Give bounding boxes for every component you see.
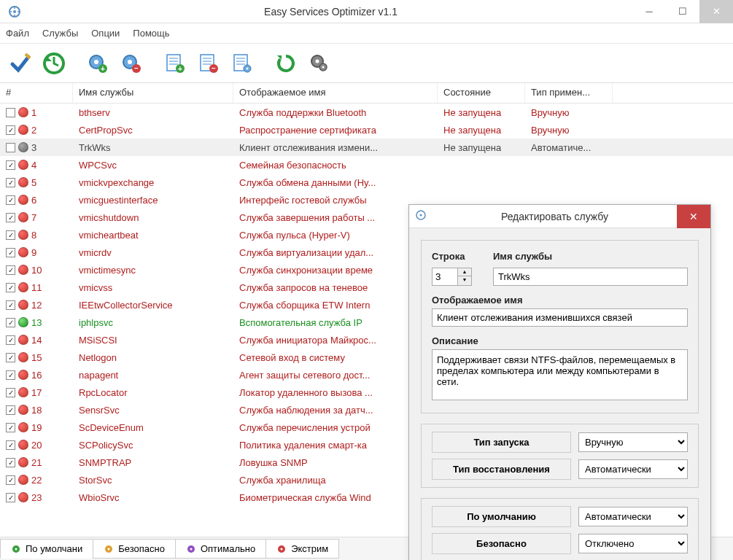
status-dot bbox=[18, 282, 28, 292]
dialog-titlebar: Редактировать службу ✕ bbox=[409, 205, 710, 228]
table-header: # Имя службы Отображаемое имя Состояние … bbox=[0, 83, 733, 104]
safe-select[interactable]: Отключено bbox=[578, 534, 688, 553]
table-row[interactable]: ✓5vmickvpexchangeСлужба обмена данными (… bbox=[0, 174, 733, 191]
close-button[interactable]: ✕ bbox=[699, 0, 733, 23]
svg-text:+: + bbox=[178, 65, 182, 73]
svg-point-1 bbox=[13, 10, 16, 13]
menubar: Файл Службы Опции Помощь bbox=[0, 23, 733, 44]
dialog-icon bbox=[415, 209, 427, 223]
default-select[interactable]: Автоматически bbox=[578, 507, 688, 526]
app-icon bbox=[6, 3, 23, 20]
status-dot bbox=[18, 457, 28, 467]
spin-up[interactable]: ▲ bbox=[458, 268, 471, 276]
table-row[interactable]: ✓4WPCSvcСемейная безопасность bbox=[0, 156, 733, 174]
svg-text:−: − bbox=[134, 64, 139, 72]
list-edit-button[interactable] bbox=[226, 47, 258, 79]
menu-help[interactable]: Помощь bbox=[133, 28, 169, 39]
svg-text:+: + bbox=[101, 65, 105, 73]
list-add-button[interactable]: + bbox=[159, 47, 191, 79]
col-type[interactable]: Тип примен... bbox=[525, 83, 613, 103]
row-checkbox[interactable]: ✓ bbox=[6, 265, 15, 275]
status-dot bbox=[18, 405, 28, 415]
col-state[interactable]: Состояние bbox=[438, 83, 525, 103]
table-row[interactable]: 3TrkWksКлиент отслеживания измени...Не з… bbox=[0, 139, 733, 156]
row-checkbox[interactable]: ✓ bbox=[6, 493, 15, 502]
status-dot bbox=[18, 317, 28, 327]
menu-file[interactable]: Файл bbox=[6, 28, 29, 39]
refresh-button[interactable] bbox=[270, 47, 302, 79]
svg-point-8 bbox=[94, 60, 98, 64]
col-display[interactable]: Отображаемое имя bbox=[233, 83, 438, 103]
row-checkbox[interactable]: ✓ bbox=[6, 195, 15, 205]
service-name-input[interactable] bbox=[493, 268, 688, 286]
row-checkbox[interactable]: ✓ bbox=[6, 318, 15, 327]
svg-point-12 bbox=[128, 60, 132, 64]
description-textarea[interactable]: Поддерживает связи NTFS-файлов, перемеща… bbox=[432, 349, 688, 400]
toolbar: + − + − bbox=[0, 44, 733, 83]
row-checkbox[interactable]: ✓ bbox=[6, 370, 15, 380]
svg-point-40 bbox=[108, 548, 110, 550]
row-checkbox[interactable]: ✓ bbox=[6, 125, 15, 135]
dialog-close-button[interactable]: ✕ bbox=[677, 205, 710, 228]
row-spinner[interactable]: ▲▼ bbox=[432, 268, 472, 286]
menu-services[interactable]: Службы bbox=[42, 28, 78, 39]
default-label: По умолчанию bbox=[432, 506, 571, 527]
status-dot bbox=[18, 160, 28, 170]
row-checkbox[interactable]: ✓ bbox=[6, 248, 15, 257]
recovery-type-label: Тип восстановления bbox=[432, 459, 571, 480]
svg-point-46 bbox=[420, 214, 422, 217]
row-checkbox[interactable]: ✓ bbox=[6, 405, 15, 415]
row-checkbox[interactable]: ✓ bbox=[6, 458, 15, 467]
gear-add-button[interactable]: + bbox=[82, 47, 114, 79]
tab-extreme[interactable]: Экстрим bbox=[265, 539, 339, 559]
display-name-input[interactable] bbox=[432, 308, 688, 327]
tab-safe[interactable]: Безопасно bbox=[93, 539, 176, 559]
svg-point-32 bbox=[247, 67, 249, 69]
status-dot bbox=[18, 475, 28, 485]
row-checkbox[interactable]: ✓ bbox=[6, 230, 15, 240]
row-checkbox[interactable]: ✓ bbox=[6, 353, 15, 362]
row-checkbox[interactable]: ✓ bbox=[6, 300, 15, 310]
spin-down[interactable]: ▼ bbox=[458, 276, 471, 284]
status-dot bbox=[18, 300, 28, 310]
table-row[interactable]: 1bthservСлужба поддержки BluetoothНе зап… bbox=[0, 104, 733, 121]
status-dot bbox=[18, 440, 28, 450]
row-checkbox[interactable]: ✓ bbox=[6, 440, 15, 450]
row-checkbox[interactable] bbox=[6, 143, 15, 152]
row-input[interactable] bbox=[432, 268, 458, 286]
apply-button[interactable] bbox=[4, 47, 36, 79]
recovery-type-select[interactable]: Автоматически bbox=[578, 459, 688, 479]
list-remove-button[interactable]: − bbox=[193, 47, 225, 79]
tab-optimal[interactable]: Оптимально bbox=[175, 539, 266, 559]
row-checkbox[interactable]: ✓ bbox=[6, 160, 15, 170]
edit-service-dialog: Редактировать службу ✕ Строка ▲▼ Имя слу… bbox=[408, 204, 711, 560]
svg-point-38 bbox=[15, 548, 18, 550]
row-label: Строка bbox=[432, 251, 483, 262]
minimize-button[interactable]: ─ bbox=[632, 0, 666, 23]
row-checkbox[interactable]: ✓ bbox=[6, 475, 15, 485]
svg-point-44 bbox=[281, 548, 283, 550]
status-dot bbox=[18, 142, 28, 152]
tab-default[interactable]: По умолчани bbox=[0, 539, 93, 559]
table-row[interactable]: ✓2CertPropSvcРаспространение сертификата… bbox=[0, 121, 733, 139]
status-dot bbox=[18, 125, 28, 135]
row-checkbox[interactable]: ✓ bbox=[6, 388, 15, 397]
row-checkbox[interactable]: ✓ bbox=[6, 423, 15, 432]
restore-button[interactable] bbox=[38, 47, 70, 79]
status-dot bbox=[18, 247, 28, 257]
row-checkbox[interactable]: ✓ bbox=[6, 178, 15, 187]
titlebar: Easy Services Optimizer v1.1 ─ ☐ ✕ bbox=[0, 0, 733, 23]
row-checkbox[interactable] bbox=[6, 108, 15, 117]
maximize-button[interactable]: ☐ bbox=[666, 0, 699, 23]
dialog-title: Редактировать службу bbox=[433, 211, 677, 222]
col-name[interactable]: Имя службы bbox=[73, 83, 233, 103]
menu-options[interactable]: Опции bbox=[91, 28, 120, 39]
row-checkbox[interactable]: ✓ bbox=[6, 213, 15, 222]
gear-remove-button[interactable]: − bbox=[115, 47, 147, 79]
startup-type-select[interactable]: Вручную bbox=[578, 432, 688, 452]
row-checkbox[interactable]: ✓ bbox=[6, 335, 15, 345]
row-checkbox[interactable]: ✓ bbox=[6, 283, 15, 292]
col-number[interactable]: # bbox=[0, 83, 73, 103]
settings-button[interactable] bbox=[303, 47, 336, 79]
svg-point-36 bbox=[322, 66, 325, 68]
